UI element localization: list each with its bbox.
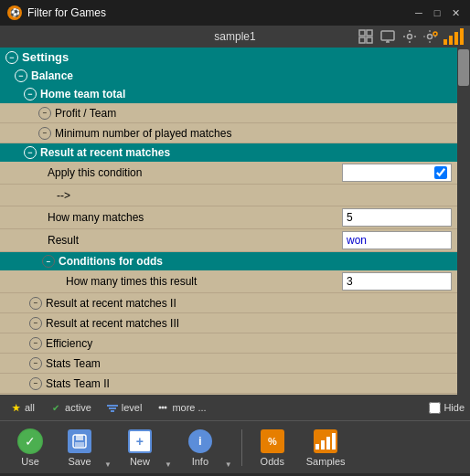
arrow-label: -->	[5, 189, 452, 202]
samples-icon	[313, 428, 338, 454]
conditions-odds-expand-icon[interactable]: −	[42, 255, 55, 268]
result-recent-header[interactable]: − Result at recent matches	[0, 143, 457, 162]
settings-icon[interactable]	[401, 28, 419, 45]
svg-point-14	[162, 407, 165, 409]
stats-team-label: Stats Team	[46, 357, 101, 370]
settings-label: Settings	[22, 50, 69, 64]
odds-label: Odds	[261, 456, 284, 467]
save-group: Save ▼	[57, 425, 113, 471]
close-button[interactable]: ✕	[448, 5, 463, 20]
how-many-matches-label: How many matches	[5, 211, 342, 224]
settings-header[interactable]: − Settings	[0, 48, 457, 67]
conditions-odds-header[interactable]: − Conditions for odds	[0, 252, 457, 270]
settings-expand-icon[interactable]: −	[5, 51, 18, 64]
result-value[interactable]: won	[342, 231, 452, 249]
efficiency-item[interactable]: − Efficiency	[0, 333, 457, 354]
home-team-expand-icon[interactable]: −	[24, 88, 37, 100]
filter-more-label: more ...	[172, 402, 206, 413]
stats-team-iii-item[interactable]: − Stats Team III	[0, 394, 457, 395]
hide-checkbox[interactable]	[429, 402, 441, 414]
svg-rect-0	[359, 30, 365, 36]
profit-expand-icon[interactable]: −	[38, 107, 51, 120]
home-team-total-header[interactable]: − Home team total	[0, 85, 457, 103]
save-button[interactable]: Save	[57, 425, 102, 471]
filter-level-icon	[106, 401, 119, 414]
result-row: Result won	[0, 229, 457, 252]
svg-rect-12	[111, 410, 114, 412]
maximize-button[interactable]: □	[430, 5, 444, 20]
apply-condition-value[interactable]	[342, 164, 452, 182]
new-label: New	[130, 456, 150, 467]
filter-more-button[interactable]: more ...	[153, 399, 209, 416]
save-label: Save	[68, 456, 91, 467]
filter-active-button[interactable]: ✔ active	[46, 399, 95, 416]
tree-panel[interactable]: − Settings − Balance − Home team total −…	[0, 48, 457, 395]
stats-team-expand-icon[interactable]: −	[29, 357, 42, 370]
separator	[241, 429, 242, 466]
menu-bar: sample1	[0, 26, 470, 48]
settings2-icon[interactable]	[422, 28, 441, 45]
svg-rect-11	[109, 407, 116, 409]
toolbar-icons	[357, 28, 463, 45]
save-dropdown-arrow[interactable]: ▼	[102, 460, 113, 469]
scrollbar[interactable]	[457, 48, 470, 395]
scrollbar-thumb[interactable]	[458, 49, 469, 86]
stats-team-ii-item[interactable]: − Stats Team II	[0, 374, 457, 394]
filter-active-label: active	[65, 402, 91, 413]
result-recent-ii-item[interactable]: − Result at recent matches II	[0, 293, 457, 313]
chart-icon[interactable]	[444, 28, 463, 45]
filter-active-icon: ✔	[49, 401, 62, 414]
filter-more-icon	[156, 401, 169, 414]
result-recent-iii-item[interactable]: − Result at recent matches III	[0, 313, 457, 333]
odds-icon: %	[260, 428, 285, 454]
info-icon: i	[187, 428, 213, 454]
new-dropdown-arrow[interactable]: ▼	[163, 460, 174, 469]
svg-rect-4	[381, 31, 394, 40]
tab-title: sample1	[214, 30, 255, 43]
result-recent-ii-label: Result at recent matches II	[46, 297, 176, 310]
monitor-icon[interactable]	[379, 28, 397, 45]
min-played-item[interactable]: − Minimum number of played matches	[0, 123, 457, 143]
hide-label: Hide	[443, 402, 465, 413]
save-icon	[67, 428, 92, 454]
window-controls: ─ □ ✕	[411, 5, 463, 20]
min-played-expand-icon[interactable]: −	[38, 127, 51, 140]
stats-team-ii-expand-icon[interactable]: −	[29, 377, 42, 390]
how-many-matches-value[interactable]: 5	[342, 208, 452, 227]
home-team-total-label: Home team total	[40, 88, 125, 100]
info-button[interactable]: i Info	[177, 425, 223, 471]
filter-all-button[interactable]: ★ all	[5, 399, 38, 416]
apply-condition-checkbox[interactable]	[434, 166, 447, 179]
efficiency-expand-icon[interactable]: −	[29, 337, 42, 350]
min-played-label: Minimum number of played matches	[55, 127, 231, 140]
stats-team-item[interactable]: − Stats Team	[0, 354, 457, 374]
apply-condition-row: Apply this condition	[0, 162, 457, 185]
svg-rect-10	[107, 405, 118, 407]
filter-level-button[interactable]: level	[102, 399, 146, 416]
result-recent-ii-expand-icon[interactable]: −	[29, 297, 42, 310]
svg-point-8	[428, 35, 433, 39]
result-recent-label: Result at recent matches	[40, 146, 170, 159]
filter-level-label: level	[122, 402, 143, 413]
odds-button[interactable]: % Odds	[250, 425, 295, 471]
grid-icon[interactable]	[357, 28, 375, 45]
how-many-times-label: How many times this result	[5, 275, 342, 288]
balance-header[interactable]: − Balance	[0, 67, 457, 85]
new-icon: +	[127, 428, 153, 454]
svg-rect-3	[367, 37, 372, 43]
new-group: + New ▼	[117, 425, 174, 471]
how-many-times-value[interactable]: 3	[342, 272, 452, 291]
profit-team-label: Profit / Team	[55, 107, 116, 120]
info-dropdown-arrow[interactable]: ▼	[223, 460, 234, 469]
samples-button[interactable]: Samples	[299, 425, 353, 471]
use-button[interactable]: ✓ Use	[7, 425, 53, 471]
result-recent-iii-expand-icon[interactable]: −	[29, 317, 42, 330]
result-recent-expand-icon[interactable]: −	[24, 146, 37, 159]
profit-team-item[interactable]: − Profit / Team	[0, 103, 457, 123]
balance-expand-icon[interactable]: −	[15, 69, 27, 82]
use-label: Use	[21, 456, 39, 467]
hide-option[interactable]: Hide	[429, 402, 465, 414]
new-button[interactable]: + New	[117, 425, 163, 471]
arrow-row: -->	[0, 185, 457, 206]
minimize-button[interactable]: ─	[411, 5, 426, 20]
